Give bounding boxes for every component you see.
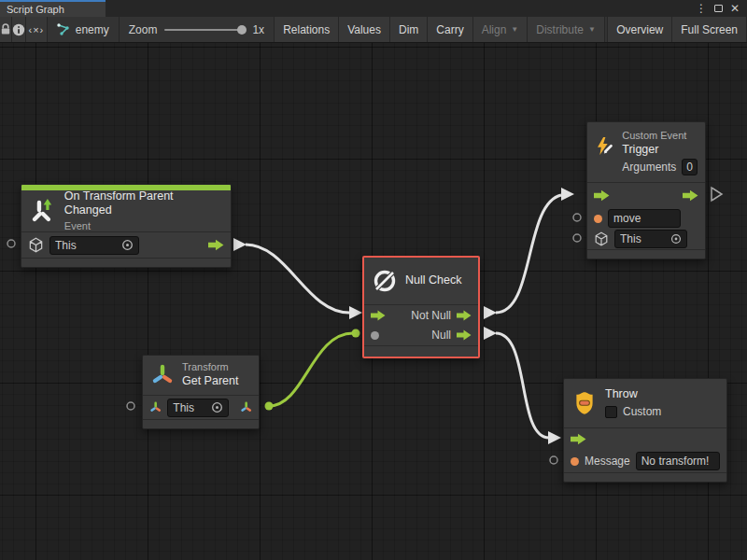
flow-out-port[interactable]: [484, 327, 497, 340]
node-throw[interactable]: Throw Custom Message No transform!: [563, 378, 727, 483]
tab-bar: Script Graph ⋮ ✕: [0, 0, 747, 17]
flow-arrowhead: [349, 306, 362, 319]
zoom-slider[interactable]: [164, 29, 245, 31]
target-picker-icon[interactable]: [121, 239, 134, 251]
tab-title: Script Graph: [7, 4, 64, 15]
event-name-row: move: [587, 208, 705, 229]
close-icon[interactable]: ✕: [730, 3, 740, 14]
relations-button[interactable]: Relations: [275, 17, 339, 42]
event-name-field[interactable]: move: [608, 209, 681, 228]
transform-port-icon[interactable]: [149, 400, 162, 414]
message-field[interactable]: No transform!: [636, 452, 720, 470]
flow-input-arrow-icon[interactable]: [571, 433, 586, 445]
flow-arrowhead: [548, 431, 561, 444]
target-picker-icon[interactable]: [670, 233, 682, 245]
node-header: Throw Custom: [564, 379, 726, 427]
zoom-control: Zoom 1x: [120, 17, 275, 42]
node-null-check[interactable]: Null Check Not Null Null: [362, 256, 480, 358]
carry-button[interactable]: Carry: [428, 17, 472, 42]
dim-button[interactable]: Dim: [390, 17, 428, 42]
lock-icon: [0, 23, 11, 35]
node-category: Transform: [182, 361, 238, 374]
target-row: This: [21, 231, 231, 258]
maximize-icon[interactable]: [714, 5, 723, 12]
fullscreen-button[interactable]: Full Screen: [672, 17, 747, 42]
graph-breadcrumb[interactable]: enemy: [48, 17, 120, 42]
wire-getparent-to-nullcheck[interactable]: [269, 333, 353, 406]
zoom-slider-handle[interactable]: [237, 25, 247, 35]
custom-event-icon: [595, 133, 614, 160]
graph-canvas[interactable]: On Transform Parent Changed Event This: [0, 43, 747, 560]
value-port-dot[interactable]: [352, 329, 360, 338]
arguments-value-field[interactable]: 0: [682, 159, 698, 175]
flow-out-port[interactable]: [484, 306, 497, 319]
graph-toolbar: ‹×› enemy Zoom 1x Relations Values Dim C…: [0, 17, 747, 43]
message-row: Message No transform!: [564, 450, 726, 472]
tab-script-graph[interactable]: Script Graph: [0, 0, 106, 17]
unity-graph-window: Script Graph ⋮ ✕ ‹×›: [0, 0, 747, 560]
not-null-row: Not Null: [364, 304, 478, 325]
transform-icon: [150, 363, 175, 387]
port-label: Null: [431, 329, 451, 342]
target-picker-icon[interactable]: [211, 401, 223, 413]
null-row: Null: [364, 325, 478, 345]
node-title: Throw: [605, 387, 661, 402]
flow-output-arrow-icon[interactable]: [457, 310, 472, 321]
breadcrumb-root-button[interactable]: ‹×›: [26, 17, 48, 42]
target-field[interactable]: This: [614, 230, 687, 248]
arguments-label: Arguments: [622, 161, 676, 175]
transform-changed-icon: [29, 197, 57, 225]
info-button[interactable]: [12, 17, 26, 42]
flow-input-arrow-icon[interactable]: [594, 189, 610, 202]
node-get-parent[interactable]: Transform Get Parent This: [142, 355, 260, 429]
port-ring[interactable]: [573, 214, 581, 221]
node-title: Null Check: [405, 273, 461, 288]
value-input-port[interactable]: [571, 457, 579, 466]
values-button[interactable]: Values: [339, 17, 390, 42]
overview-button[interactable]: Overview: [608, 17, 672, 42]
flow-output-arrow-icon[interactable]: [457, 329, 472, 341]
flow-output-arrow-icon[interactable]: [208, 239, 224, 251]
flow-arrowhead: [561, 188, 574, 201]
port-ring[interactable]: [7, 240, 15, 247]
port-label: Not Null: [411, 309, 451, 322]
custom-checkbox[interactable]: [605, 406, 617, 418]
node-footer: [143, 419, 259, 428]
node-header: Custom Event Trigger Arguments 0: [587, 122, 705, 182]
code-icon: ‹×›: [28, 24, 44, 35]
flow-output-arrow-icon[interactable]: [683, 189, 698, 202]
flow-out-port-empty[interactable]: [712, 188, 722, 201]
node-footer: [21, 258, 231, 267]
node-trigger-custom-event[interactable]: Custom Event Trigger Arguments 0: [586, 121, 706, 259]
target-row: This: [587, 229, 705, 249]
wire-event-to-nullcheck[interactable]: [246, 245, 349, 313]
align-button[interactable]: Align▼: [473, 17, 529, 42]
distribute-button[interactable]: Distribute▼: [528, 17, 605, 42]
node-on-transform-parent-changed[interactable]: On Transform Parent Changed Event This: [21, 184, 232, 268]
script-graph-icon: [57, 23, 70, 35]
menu-icon[interactable]: ⋮: [696, 3, 707, 14]
chevron-down-icon: ▼: [588, 25, 596, 34]
null-check-icon: [372, 268, 398, 294]
transform-output-port-icon[interactable]: [240, 400, 252, 414]
port-ring[interactable]: [573, 234, 581, 242]
flow-row: [564, 427, 726, 450]
value-input-port[interactable]: [371, 331, 379, 340]
node-footer: [364, 345, 478, 357]
flow-input-arrow-icon[interactable]: [371, 310, 386, 321]
throw-error-icon: [571, 390, 598, 416]
wire-null-to-throw[interactable]: [496, 333, 549, 438]
target-field[interactable]: This: [49, 236, 139, 255]
value-port-dot[interactable]: [265, 402, 274, 411]
flow-out-port[interactable]: [233, 238, 247, 251]
port-ring[interactable]: [550, 456, 557, 464]
gameobject-cube-icon: [28, 237, 44, 253]
target-field[interactable]: This: [167, 399, 228, 417]
lock-button[interactable]: [0, 17, 12, 42]
window-controls: ⋮ ✕: [696, 0, 747, 17]
value-input-port[interactable]: [594, 215, 602, 223]
node-title: On Transform Parent Changed: [64, 189, 223, 218]
zoom-value: 1x: [252, 23, 264, 36]
wire-notnull-to-trigger[interactable]: [496, 195, 561, 313]
port-ring[interactable]: [127, 402, 134, 410]
